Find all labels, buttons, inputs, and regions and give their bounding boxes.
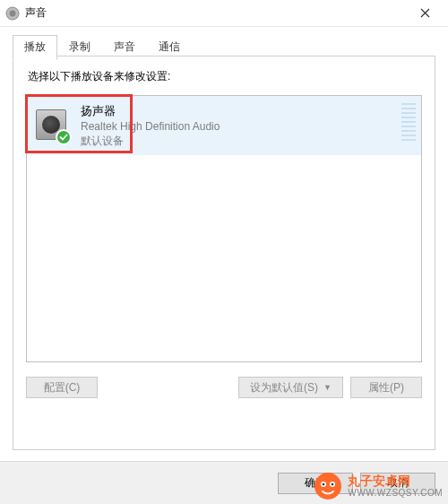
close-button[interactable] (407, 1, 443, 26)
set-default-button[interactable]: 设为默认值(S) ▼ (238, 377, 343, 398)
instruction-text: 选择以下播放设备来修改设置: (28, 69, 422, 84)
panel-button-right-group: 设为默认值(S) ▼ 属性(P) (238, 377, 422, 398)
configure-button[interactable]: 配置(C) (26, 377, 98, 398)
level-meter-icon (401, 103, 416, 141)
ok-button[interactable]: 确定 (278, 473, 353, 494)
device-list[interactable]: 扬声器 Realtek High Definition Audio 默认设备 (26, 95, 422, 362)
button-label: 属性(P) (368, 380, 404, 395)
button-label: 设为默认值(S) (250, 380, 318, 395)
dialog-footer: 确定 取消 (0, 461, 448, 504)
dialog-body: 播放 录制 声音 通信 选择以下播放设备来修改设置: 扬声器 Realtek H… (0, 27, 448, 504)
button-label: 确定 (305, 475, 326, 491)
button-label: 取消 (387, 475, 409, 491)
device-driver: Realtek High Definition Audio (81, 119, 220, 134)
tab-strip: 播放 录制 声音 通信 (0, 27, 448, 59)
dropdown-arrow-icon: ▼ (323, 383, 332, 392)
tab-label: 录制 (69, 40, 90, 53)
tab-panel-playback: 选择以下播放设备来修改设置: 扬声器 Realtek High Definiti… (13, 56, 435, 450)
device-row[interactable]: 扬声器 Realtek High Definition Audio 默认设备 (27, 96, 421, 155)
tab-label: 声音 (114, 40, 135, 53)
cancel-button[interactable]: 取消 (360, 473, 435, 494)
default-check-icon (56, 129, 72, 145)
button-label: 配置(C) (44, 380, 81, 395)
device-text: 扬声器 Realtek High Definition Audio 默认设备 (81, 103, 220, 148)
device-status: 默认设备 (81, 134, 220, 148)
properties-button[interactable]: 属性(P) (350, 377, 422, 398)
tab-label: 播放 (24, 40, 46, 53)
tab-playback[interactable]: 播放 (13, 35, 57, 60)
device-name: 扬声器 (81, 103, 220, 119)
panel-button-row: 配置(C) 设为默认值(S) ▼ 属性(P) (26, 377, 422, 398)
device-icon-wrap (36, 109, 68, 142)
svg-point-1 (10, 10, 16, 16)
window-title: 声音 (25, 5, 407, 21)
sound-window-icon (5, 6, 20, 21)
titlebar: 声音 (0, 0, 448, 27)
tab-label: 通信 (159, 40, 180, 53)
